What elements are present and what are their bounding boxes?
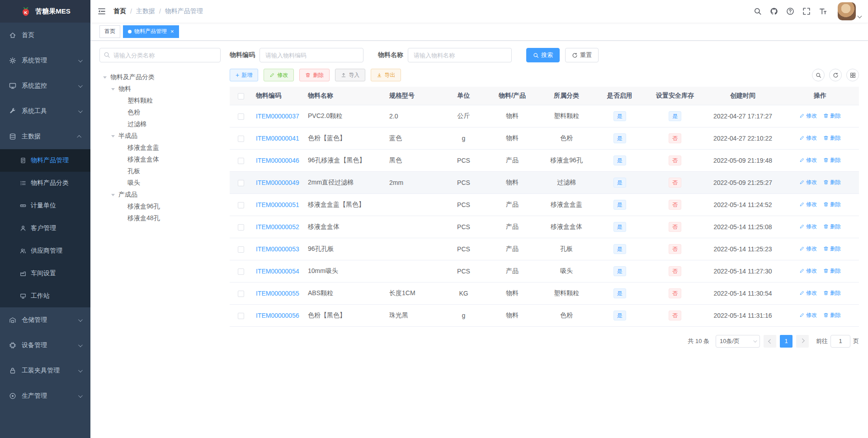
table-row[interactable]: ITEM00000056 色粉【黑色】 珠光黑 g 物料 色粉 是 否 2022…: [230, 304, 859, 326]
search-icon[interactable]: [754, 7, 762, 15]
github-icon[interactable]: [770, 7, 778, 15]
tab-home[interactable]: 首页: [99, 25, 120, 38]
material-code-link[interactable]: ITEM00000053: [256, 245, 299, 253]
material-code-input[interactable]: [259, 48, 363, 62]
add-button[interactable]: + 新增: [230, 69, 258, 81]
refresh-button[interactable]: [829, 69, 842, 81]
help-icon[interactable]: [786, 7, 794, 15]
row-checkbox[interactable]: [238, 158, 244, 164]
tree-node-leaf[interactable]: 孔板: [99, 165, 221, 177]
table-row[interactable]: ITEM00000037 PVC2.0颗粒 2.0 公斤 物料 塑料颗粒 是 是…: [230, 105, 859, 127]
material-code-link[interactable]: ITEM00000056: [256, 312, 299, 319]
material-code-link[interactable]: ITEM00000049: [256, 179, 299, 186]
material-code-link[interactable]: ITEM00000055: [256, 290, 299, 297]
columns-toggle-button[interactable]: [846, 69, 859, 81]
sidebar-item-measure-unit[interactable]: 计量单位: [0, 194, 90, 217]
reset-button[interactable]: 重置: [565, 48, 599, 62]
export-button[interactable]: 导出: [371, 69, 401, 81]
table-row[interactable]: ITEM00000053 96孔孔板 PCS 产品 孔板 是 否 2022-05…: [230, 238, 859, 260]
sidebar-item-master-data[interactable]: 主数据: [0, 124, 90, 149]
table-row[interactable]: ITEM00000046 96孔移液盒【黑色】 黑色 PCS 产品 移液盒96孔…: [230, 149, 859, 171]
delete-button[interactable]: 删除: [299, 69, 330, 81]
edit-link[interactable]: 修改: [799, 201, 817, 208]
sidebar-item-material-product-management[interactable]: 物料产品管理: [0, 149, 90, 172]
avatar[interactable]: [838, 2, 856, 20]
sidebar-item-system-monitor[interactable]: 系统监控: [0, 73, 90, 99]
import-button[interactable]: 导入: [335, 69, 365, 81]
app-logo[interactable]: 苦糖果MES: [0, 0, 90, 23]
sidebar-item-workshop-settings[interactable]: 车间设置: [0, 262, 90, 285]
sidebar-item-production-management[interactable]: 生产管理: [0, 383, 90, 409]
row-checkbox[interactable]: [238, 268, 244, 275]
sidebar-item-home[interactable]: 首页: [0, 23, 90, 48]
row-checkbox[interactable]: [238, 136, 244, 142]
edit-link[interactable]: 修改: [799, 223, 817, 231]
table-row[interactable]: ITEM00000049 2mm直径过滤棉 2mm PCS 物料 过滤棉 是 否…: [230, 171, 859, 193]
delete-link[interactable]: 删除: [823, 179, 841, 186]
row-checkbox[interactable]: [238, 224, 244, 231]
font-size-icon[interactable]: [819, 7, 827, 15]
delete-link[interactable]: 删除: [823, 267, 841, 275]
tab-material-product-management[interactable]: 物料产品管理 ×: [123, 25, 179, 38]
tree-node-leaf[interactable]: 移液盒盒体: [99, 154, 221, 165]
sidebar-item-fixture-management[interactable]: 工装夹具管理: [0, 358, 90, 383]
table-row[interactable]: ITEM00000051 移液盒盒盖【黑色】 PCS 产品 移液盒盒盖 是 否 …: [230, 193, 859, 216]
sidebar-item-device-management[interactable]: 设备管理: [0, 333, 90, 358]
row-checkbox[interactable]: [238, 113, 244, 120]
row-checkbox[interactable]: [238, 291, 244, 297]
edit-link[interactable]: 修改: [799, 267, 817, 275]
tree-node-semi-finished[interactable]: 半成品: [99, 130, 221, 142]
table-row[interactable]: ITEM00000041 色粉【蓝色】 蓝色 g 物料 色粉 是 否 2022-…: [230, 127, 859, 149]
category-search-input[interactable]: [99, 48, 221, 62]
edit-button[interactable]: 修改: [264, 69, 294, 81]
page-button-1[interactable]: 1: [780, 335, 793, 348]
tree-node-finished[interactable]: 产成品: [99, 189, 221, 201]
caret-down-icon[interactable]: [111, 135, 115, 137]
tree-node-leaf[interactable]: 色粉: [99, 107, 221, 118]
prev-page-button[interactable]: [764, 335, 776, 348]
delete-link[interactable]: 删除: [823, 112, 841, 120]
caret-down-icon[interactable]: [103, 76, 107, 79]
delete-link[interactable]: 删除: [823, 156, 841, 164]
sidebar-item-supplier-management[interactable]: 供应商管理: [0, 240, 90, 262]
material-code-link[interactable]: ITEM00000054: [256, 268, 299, 275]
tree-node-leaf[interactable]: 过滤棉: [99, 118, 221, 130]
delete-link[interactable]: 删除: [823, 223, 841, 231]
sidebar-item-warehouse-management[interactable]: 仓储管理: [0, 307, 90, 333]
delete-link[interactable]: 删除: [823, 311, 841, 319]
material-name-input[interactable]: [408, 48, 512, 62]
caret-down-icon[interactable]: [111, 88, 115, 90]
toggle-search-button[interactable]: [812, 69, 825, 81]
sidebar-item-system-tools[interactable]: 系统工具: [0, 99, 90, 124]
tree-node-leaf[interactable]: 移液盒盒盖: [99, 142, 221, 154]
row-checkbox[interactable]: [238, 202, 244, 208]
row-checkbox[interactable]: [238, 313, 244, 319]
delete-link[interactable]: 删除: [823, 289, 841, 297]
sidebar-item-system-management[interactable]: 系统管理: [0, 48, 90, 73]
hamburger-icon[interactable]: [97, 7, 106, 16]
edit-link[interactable]: 修改: [799, 112, 817, 120]
page-size-select[interactable]: 10条/页: [716, 335, 760, 348]
tree-node-leaf[interactable]: 移液盒48孔: [99, 212, 221, 224]
edit-link[interactable]: 修改: [799, 179, 817, 186]
material-code-link[interactable]: ITEM00000052: [256, 223, 299, 231]
material-code-link[interactable]: ITEM00000037: [256, 113, 299, 120]
close-icon[interactable]: ×: [170, 28, 174, 34]
edit-link[interactable]: 修改: [799, 311, 817, 319]
row-checkbox[interactable]: [238, 246, 244, 253]
goto-page-input[interactable]: [830, 335, 850, 348]
edit-link[interactable]: 修改: [799, 134, 817, 142]
tree-node-leaf[interactable]: 塑料颗粒: [99, 95, 221, 107]
delete-link[interactable]: 删除: [823, 245, 841, 253]
tree-node-leaf[interactable]: 移液盒96孔: [99, 201, 221, 212]
material-code-link[interactable]: ITEM00000041: [256, 135, 299, 142]
table-row[interactable]: ITEM00000052 移液盒盒体 PCS 产品 移液盒盒体 是 否 2022…: [230, 216, 859, 238]
table-row[interactable]: ITEM00000054 10mm吸头 PCS 产品 吸头 是 否 2022-0…: [230, 260, 859, 282]
breadcrumb-home[interactable]: 首页: [113, 7, 126, 15]
edit-link[interactable]: 修改: [799, 156, 817, 164]
caret-down-icon[interactable]: [111, 194, 115, 196]
tree-node-leaf[interactable]: 吸头: [99, 177, 221, 189]
edit-link[interactable]: 修改: [799, 289, 817, 297]
tree-node-root[interactable]: 物料及产品分类: [99, 71, 221, 83]
tree-node-material[interactable]: 物料: [99, 83, 221, 95]
